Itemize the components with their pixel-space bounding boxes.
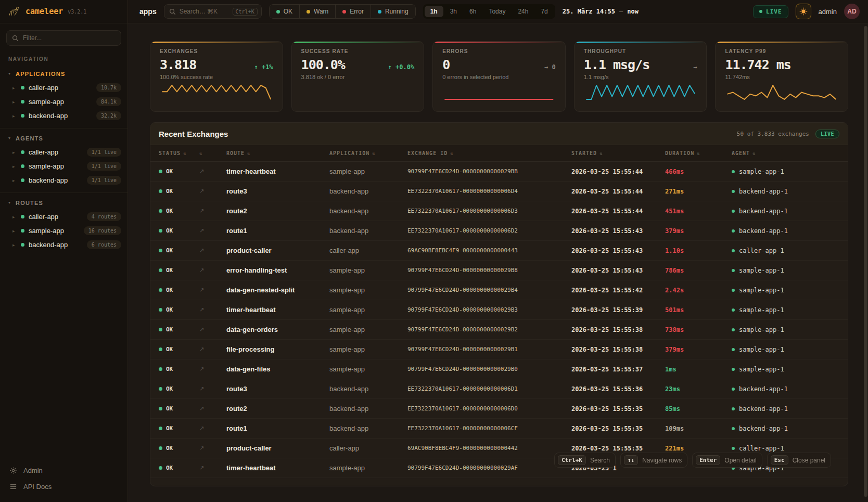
stat-value: 0 <box>442 57 450 72</box>
status-dot-icon <box>159 466 162 470</box>
time-range-7d[interactable]: 7d <box>535 6 553 17</box>
theme-toggle-button[interactable] <box>796 4 811 19</box>
agent-dot-icon <box>732 427 735 430</box>
duration-value: 451ms <box>665 208 732 215</box>
route-name: error-handling-test <box>226 266 329 274</box>
table-row[interactable]: OK↗timer-heartbeatsample-app90799F47E6CD… <box>150 162 848 182</box>
nav-caption: NAVIGATION <box>8 56 119 62</box>
table-row[interactable]: OK↗route2backend-appEE7322370A10617-0000… <box>150 201 848 221</box>
nav-section-header-routes[interactable]: ▾ROUTES <box>0 196 127 210</box>
filter-input[interactable]: Filter... <box>6 30 121 46</box>
live-dot-icon <box>759 10 762 13</box>
table-row[interactable]: OK↗timer-heartbeatsample-app90799F47E6CD… <box>150 300 848 320</box>
status-dot-icon <box>342 10 346 14</box>
route-name: route1 <box>226 227 329 235</box>
stat-subtitle: 100.0% success rate <box>160 74 273 80</box>
time-range-1h[interactable]: 1h <box>425 6 443 17</box>
table-row[interactable]: OK↗route1backend-appEE7322370A10617-0000… <box>150 221 848 241</box>
column-header-agent[interactable]: AGENT⇅ <box>732 150 848 156</box>
chevron-right-icon: ▸ <box>12 164 17 169</box>
table-row[interactable]: OK↗route3backend-appEE7322370A10617-0000… <box>150 182 848 201</box>
column-header-started[interactable]: STARTED⇅ <box>571 150 665 156</box>
status-filter-running[interactable]: Running <box>371 5 415 18</box>
table-row[interactable]: OK↗data-gen-filessample-app90799F47E6CD2… <box>150 359 848 379</box>
table-row[interactable]: OK↗error-handling-testsample-app90799F47… <box>150 261 848 280</box>
sidebar-item-sample-app[interactable]: ▸sample-app16 routes <box>0 224 127 238</box>
time-range-24h[interactable]: 24h <box>512 6 534 17</box>
status-dot-icon <box>159 209 162 213</box>
column-header-duration[interactable]: DURATION⇅ <box>665 150 732 156</box>
sparkline-chart <box>442 82 556 102</box>
started-timestamp: 2026-03-25 15:55:44 <box>571 168 665 175</box>
time-range-today[interactable]: Today <box>483 6 511 17</box>
nav-section-header-applications[interactable]: ▾APPLICATIONS <box>0 67 127 81</box>
status-filter-label: OK <box>284 8 292 15</box>
status-label: OK <box>166 306 173 313</box>
status-label: OK <box>166 227 173 234</box>
shortcut-close-panel: EscClose panel <box>767 453 831 468</box>
status-dot-icon <box>159 170 162 173</box>
date-range[interactable]: 25. März 14:55 – now <box>563 8 639 15</box>
caret-down-icon: ▾ <box>8 136 10 140</box>
time-range-3h[interactable]: 3h <box>444 6 463 17</box>
sidebar-item-backend-app[interactable]: ▸backend-app32.2k <box>0 109 127 123</box>
status-label: OK <box>166 287 173 293</box>
exchange-id: 90799F47E6CD24D-00000000000029B4 <box>407 287 571 293</box>
column-header-application[interactable]: APPLICATION⇅ <box>329 150 407 156</box>
arrow-up-right-icon: ↗ <box>199 465 226 471</box>
search-input[interactable]: Search… ⌘K Ctrl+K <box>164 4 262 19</box>
sidebar-footer: Admin API Docs <box>0 457 127 502</box>
logo[interactable]: cameleer v3.2.1 <box>0 0 127 23</box>
sidebar-item-caller-app[interactable]: ▸caller-app10.7k <box>0 81 127 95</box>
agent-name: backend-app-1 <box>739 227 788 235</box>
arrow-up-right-icon: ↗ <box>199 405 226 412</box>
exchange-id: EE7322370A10617-00000000000006D2 <box>407 227 571 234</box>
application-name: backend-app <box>329 187 407 195</box>
stat-card-throughput: THROUGHPUT1.1 msg/s→1.1 msg/s <box>574 41 707 112</box>
agent-name: sample-app-1 <box>739 287 784 294</box>
status-filter-warn[interactable]: Warn <box>299 5 335 18</box>
status-filter-error[interactable]: Error <box>335 5 371 18</box>
sidebar-item-api-docs[interactable]: API Docs <box>0 479 127 495</box>
vertical-scrollbar[interactable] <box>864 26 867 497</box>
table-row[interactable]: OK↗data-gen-nested-splitsample-app90799F… <box>150 280 848 300</box>
table-row[interactable]: OK↗file-processingsample-app90799F47E6CD… <box>150 340 848 359</box>
live-toggle[interactable]: LIVE <box>753 5 788 18</box>
sidebar-item-sample-app[interactable]: ▸sample-app84.1k <box>0 95 127 109</box>
table-row[interactable]: OK↗route3backend-appEE7322370A10617-0000… <box>150 379 848 399</box>
table-row[interactable]: OK↗data-gen-orderssample-app90799F47E6CD… <box>150 320 848 340</box>
table-row[interactable]: OK↗route2backend-appEE7322370A10617-0000… <box>150 399 848 419</box>
sidebar-item-backend-app[interactable]: ▸backend-app6 routes <box>0 238 127 252</box>
sidebar-item-caller-app[interactable]: ▸caller-app1/1 live <box>0 145 127 159</box>
table-row[interactable]: OK↗route1backend-appEE7322370A10617-0000… <box>150 419 848 439</box>
sidebar-item-sample-app[interactable]: ▸sample-app1/1 live <box>0 159 127 173</box>
sidebar-item-caller-app[interactable]: ▸caller-app4 routes <box>0 210 127 224</box>
agent-dot-icon <box>732 229 735 233</box>
table-row[interactable]: OK↗product-callercaller-app69AC90BF8EBC4… <box>150 241 848 261</box>
sidebar-item-admin[interactable]: Admin <box>0 462 127 479</box>
column-label: AGENT <box>732 150 750 156</box>
column-header-exchange-id[interactable]: EXCHANGE ID⇅ <box>407 150 571 156</box>
agent-dot-icon <box>732 388 735 391</box>
chevron-right-icon: ▸ <box>12 242 17 248</box>
chevron-right-icon: ▸ <box>12 150 17 155</box>
avatar[interactable]: AD <box>844 4 860 19</box>
route-name: timer-heartbeat <box>226 168 329 175</box>
column-header-icon[interactable]: ⇅ <box>199 151 226 156</box>
status-dot-icon <box>276 10 280 14</box>
started-timestamp: 2026-03-25 15:55:39 <box>571 306 665 314</box>
column-header-route[interactable]: ROUTE⇅ <box>226 150 329 156</box>
exchange-id: 69AC90BF8EBC4F9-0000000000000442 <box>407 445 571 452</box>
started-timestamp: 2026-03-25 15:55:44 <box>571 208 665 215</box>
chevron-right-icon: ▸ <box>12 113 17 119</box>
time-range-6h[interactable]: 6h <box>464 6 482 17</box>
column-header-status[interactable]: STATUS⇅ <box>159 150 199 156</box>
date-to: now <box>627 8 639 15</box>
nav-section: ▾AGENTS▸caller-app1/1 live▸sample-app1/1… <box>0 128 127 189</box>
sidebar-item-backend-app[interactable]: ▸backend-app1/1 live <box>0 173 127 187</box>
sort-icon: ⇅ <box>752 151 756 156</box>
status-filter-ok[interactable]: OK <box>270 5 299 18</box>
status-dot-icon <box>21 178 24 182</box>
application-name: sample-app <box>329 266 407 274</box>
nav-section-header-agents[interactable]: ▾AGENTS <box>0 132 127 145</box>
